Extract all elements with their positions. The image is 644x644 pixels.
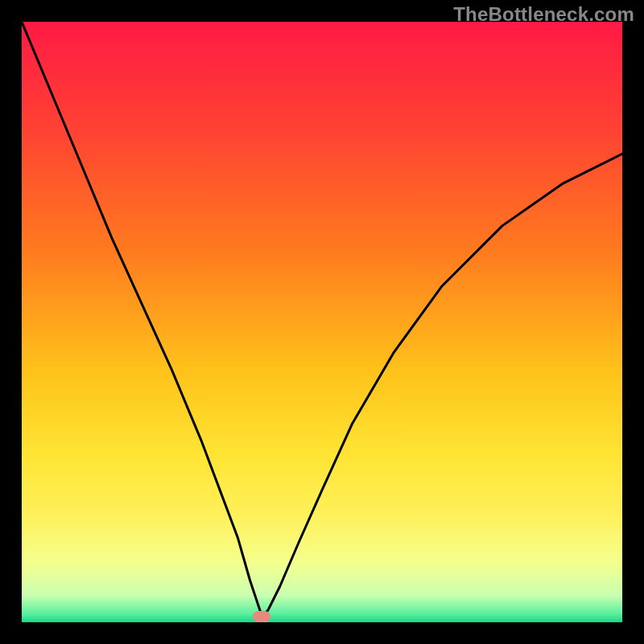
plot-svg <box>22 22 622 622</box>
optimum-marker <box>253 611 270 622</box>
chart-frame: TheBottleneck.com <box>0 0 644 644</box>
gradient-background <box>22 22 622 622</box>
plot-area <box>22 22 622 622</box>
watermark-text: TheBottleneck.com <box>453 3 634 26</box>
